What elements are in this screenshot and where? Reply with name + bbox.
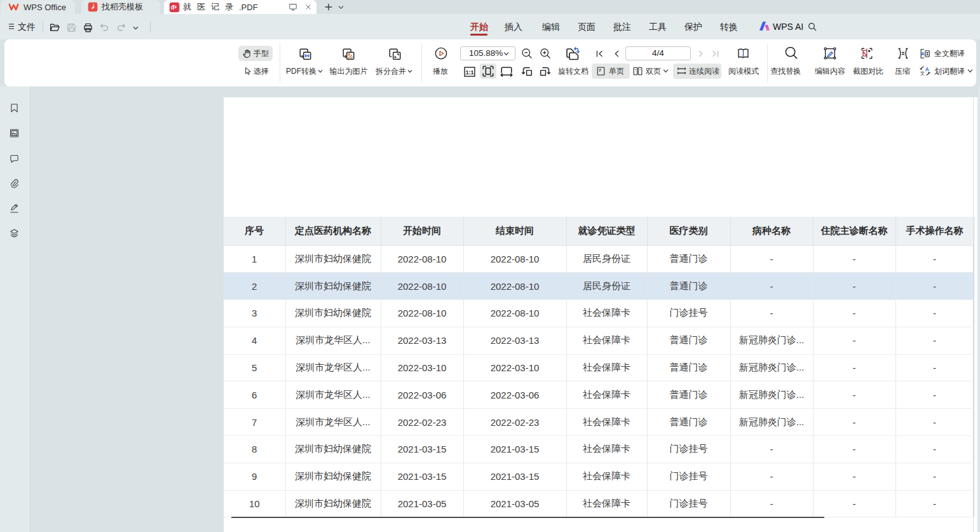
svg-text:A: A — [925, 66, 929, 72]
svg-text:P: P — [172, 4, 177, 11]
svg-text:文: 文 — [920, 71, 925, 76]
svg-text:1:1: 1:1 — [465, 69, 473, 76]
svg-text:A: A — [921, 51, 925, 57]
